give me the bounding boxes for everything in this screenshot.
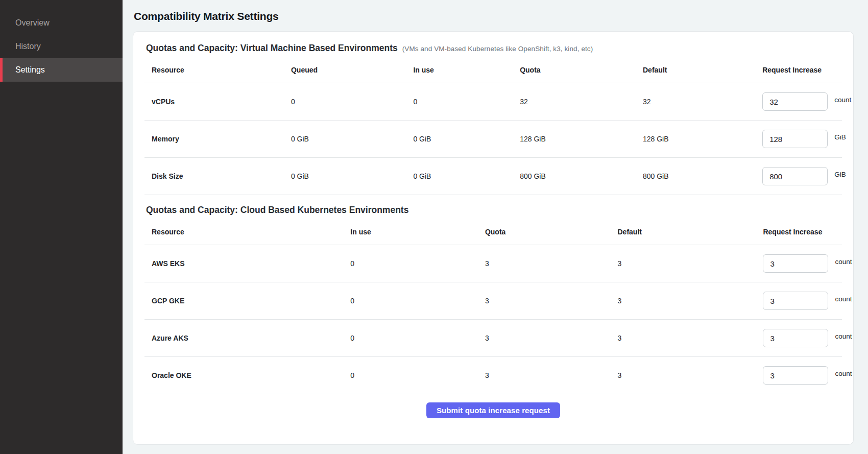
request-increase-input[interactable]: [763, 292, 828, 310]
card-footer: Submit quota increase request: [144, 402, 842, 418]
column-header-in-use: In use: [350, 228, 485, 236]
vm-quotas-section: Quotas and Capacity: Virtual Machine Bas…: [144, 43, 842, 195]
queued-value: 0 GiB: [291, 135, 414, 143]
table-row: AWS EKS 0 3 3 count: [144, 245, 842, 282]
unit-label: count: [835, 258, 852, 266]
table-row: Disk Size 0 GiB 0 GiB 800 GiB 800 GiB Gi…: [144, 158, 842, 195]
column-header-request-increase: Request Increase: [762, 66, 835, 74]
sidebar-item-settings[interactable]: Settings: [0, 58, 123, 82]
column-header-resource: Resource: [152, 66, 291, 74]
table-row: Oracle OKE 0 3 3 count: [144, 357, 842, 394]
resource-name: Disk Size: [152, 172, 291, 180]
cloud-quotas-section: Quotas and Capacity: Cloud Based Kuberne…: [144, 205, 842, 394]
queued-value: 0 GiB: [291, 172, 414, 180]
resource-name: GCP GKE: [152, 297, 350, 305]
sidebar-item-history[interactable]: History: [0, 35, 123, 58]
column-header-queued: Queued: [291, 66, 414, 74]
quota-value: 128 GiB: [520, 135, 643, 143]
unit-label: count: [834, 96, 851, 104]
vm-quota-table: Resource Queued In use Quota Default Req…: [144, 66, 842, 195]
request-increase-group: GiB: [762, 167, 846, 185]
cloud-section-heading: Quotas and Capacity: Cloud Based Kuberne…: [146, 205, 842, 216]
column-header-quota: Quota: [485, 228, 618, 236]
unit-label: count: [835, 370, 852, 377]
default-value: 3: [617, 371, 763, 379]
quota-value: 3: [485, 334, 618, 342]
sidebar-nav: Overview History Settings: [0, 11, 123, 82]
quota-value: 3: [485, 259, 618, 268]
vm-section-heading: Quotas and Capacity: Virtual Machine Bas…: [146, 43, 842, 54]
table-row: vCPUs 0 0 32 32 count: [144, 83, 842, 121]
quota-value: 3: [485, 297, 618, 305]
request-increase-group: count: [762, 92, 851, 111]
resource-name: Oracle OKE: [152, 371, 350, 379]
unit-label: count: [835, 295, 852, 303]
request-increase-input[interactable]: [763, 329, 828, 347]
cloud-quota-table: Resource In use Quota Default Request In…: [144, 228, 842, 394]
queued-value: 0: [291, 98, 414, 106]
default-value: 3: [617, 259, 763, 268]
resource-name: AWS EKS: [152, 259, 350, 268]
resource-name: Azure AKS: [152, 334, 350, 342]
in-use-value: 0: [350, 334, 485, 342]
in-use-value: 0 GiB: [413, 172, 520, 180]
column-header-resource: Resource: [152, 228, 350, 236]
in-use-value: 0: [413, 98, 520, 106]
submit-quota-increase-button[interactable]: Submit quota increase request: [426, 402, 560, 418]
cloud-table-header-row: Resource In use Quota Default Request In…: [144, 228, 842, 245]
page-title: Compatibility Matrix Settings: [134, 10, 854, 22]
sidebar: Overview History Settings: [0, 0, 123, 454]
request-increase-group: count: [763, 292, 852, 310]
column-header-quota: Quota: [520, 66, 643, 74]
main-content: Compatibility Matrix Settings Quotas and…: [123, 0, 868, 454]
unit-label: count: [835, 332, 852, 340]
resource-name: Memory: [152, 135, 291, 143]
column-header-in-use: In use: [413, 66, 520, 74]
request-increase-input[interactable]: [763, 366, 828, 385]
request-increase-input[interactable]: [762, 167, 828, 185]
default-value: 128 GiB: [643, 135, 762, 143]
vm-section-note: (VMs and VM-based Kubernetes like OpenSh…: [402, 45, 593, 53]
default-value: 800 GiB: [643, 172, 762, 180]
resource-name: vCPUs: [152, 98, 291, 106]
request-increase-input[interactable]: [763, 254, 828, 273]
request-increase-group: count: [763, 366, 852, 385]
vm-table-header-row: Resource Queued In use Quota Default Req…: [144, 66, 842, 83]
sidebar-item-overview[interactable]: Overview: [0, 11, 123, 35]
in-use-value: 0: [350, 297, 485, 305]
request-increase-input[interactable]: [762, 130, 828, 148]
in-use-value: 0: [350, 371, 485, 379]
in-use-value: 0: [350, 259, 485, 268]
table-row: Azure AKS 0 3 3 count: [144, 320, 842, 357]
quota-value: 32: [520, 98, 643, 106]
unit-label: GiB: [834, 171, 846, 178]
default-value: 3: [617, 334, 763, 342]
settings-card: Quotas and Capacity: Virtual Machine Bas…: [133, 31, 854, 445]
quota-value: 800 GiB: [520, 172, 643, 180]
vm-section-title: Quotas and Capacity: Virtual Machine Bas…: [146, 43, 398, 54]
column-header-default: Default: [617, 228, 763, 236]
table-row: Memory 0 GiB 0 GiB 128 GiB 128 GiB GiB: [144, 121, 842, 158]
cloud-section-title: Quotas and Capacity: Cloud Based Kuberne…: [146, 205, 408, 216]
request-increase-input[interactable]: [762, 92, 828, 111]
request-increase-group: count: [763, 254, 852, 273]
default-value: 32: [643, 98, 762, 106]
quota-value: 3: [485, 371, 618, 379]
table-row: GCP GKE 0 3 3 count: [144, 282, 842, 320]
unit-label: GiB: [834, 133, 846, 141]
in-use-value: 0 GiB: [413, 135, 520, 143]
column-header-request-increase: Request Increase: [763, 228, 835, 236]
request-increase-group: GiB: [762, 130, 846, 148]
request-increase-group: count: [763, 329, 852, 347]
column-header-default: Default: [643, 66, 762, 74]
default-value: 3: [617, 297, 763, 305]
